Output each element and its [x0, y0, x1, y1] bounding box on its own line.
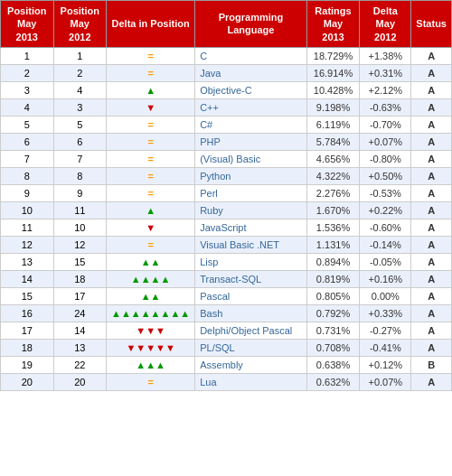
header-lang: Programming Language: [195, 1, 307, 48]
cell-lang: C++: [195, 98, 307, 116]
table-row: 11=C18.729%+1.38%A: [1, 47, 452, 64]
cell-status: A: [411, 133, 452, 150]
cell-pos2012: 24: [53, 304, 107, 322]
cell-status: A: [411, 150, 452, 167]
cell-lang: Transact-SQL: [195, 270, 307, 287]
cell-status: A: [411, 167, 452, 184]
cell-rating: 1.131%: [306, 236, 360, 253]
cell-lang: Pascal: [195, 287, 307, 304]
cell-delta-rating: -0.53%: [360, 184, 411, 201]
cell-lang: Lua: [195, 373, 307, 390]
cell-delta-rating: -0.70%: [360, 116, 411, 133]
cell-delta: =: [107, 150, 195, 167]
cell-pos2012: 15: [53, 253, 107, 270]
cell-status: A: [411, 339, 452, 356]
cell-pos2012: 14: [53, 322, 107, 339]
cell-lang: Lisp: [195, 253, 307, 270]
cell-delta-rating: -0.14%: [360, 236, 411, 253]
table-row: 55=C#6.119%-0.70%A: [1, 116, 452, 133]
cell-pos2012: 11: [53, 201, 107, 219]
cell-delta: =: [107, 184, 195, 201]
cell-rating: 0.819%: [306, 270, 360, 287]
table-row: 66=PHP5.784%+0.07%A: [1, 133, 452, 150]
cell-pos2012: 13: [53, 339, 107, 356]
cell-pos2012: 6: [53, 133, 107, 150]
cell-rating: 0.632%: [306, 373, 360, 390]
cell-delta-rating: +0.07%: [360, 373, 411, 390]
cell-delta-rating: +1.38%: [360, 47, 411, 64]
cell-delta-rating: +0.33%: [360, 304, 411, 322]
cell-pos2012: 8: [53, 167, 107, 184]
cell-delta: ▲: [107, 201, 195, 219]
cell-delta-rating: +0.22%: [360, 201, 411, 219]
cell-pos2013: 1: [1, 47, 54, 64]
cell-pos2012: 17: [53, 287, 107, 304]
cell-delta: ▲▲▲: [107, 356, 195, 373]
cell-lang: C#: [195, 116, 307, 133]
cell-rating: 18.729%: [306, 47, 360, 64]
header-delta-rating: DeltaMay 2012: [360, 1, 411, 48]
cell-delta-rating: 0.00%: [360, 287, 411, 304]
cell-status: A: [411, 81, 452, 98]
cell-pos2012: 3: [53, 98, 107, 116]
cell-lang: Assembly: [195, 356, 307, 373]
cell-pos2013: 7: [1, 150, 54, 167]
cell-delta: ▼: [107, 219, 195, 236]
table-row: 1315▲▲Lisp0.894%-0.05%A: [1, 253, 452, 270]
cell-delta-rating: +0.16%: [360, 270, 411, 287]
cell-status: A: [411, 304, 452, 322]
cell-rating: 0.805%: [306, 287, 360, 304]
table-row: 1922▲▲▲Assembly0.638%+0.12%B: [1, 356, 452, 373]
cell-pos2013: 14: [1, 270, 54, 287]
cell-rating: 5.784%: [306, 133, 360, 150]
cell-lang: (Visual) Basic: [195, 150, 307, 167]
cell-status: A: [411, 184, 452, 201]
cell-delta-rating: +0.50%: [360, 167, 411, 184]
cell-pos2012: 2: [53, 64, 107, 81]
cell-status: A: [411, 219, 452, 236]
cell-delta: ▲: [107, 81, 195, 98]
cell-pos2013: 4: [1, 98, 54, 116]
cell-pos2013: 10: [1, 201, 54, 219]
cell-delta: =: [107, 167, 195, 184]
cell-rating: 9.198%: [306, 98, 360, 116]
cell-status: A: [411, 98, 452, 116]
cell-delta: ▼▼▼▼▼: [107, 339, 195, 356]
cell-delta: ▲▲▲▲▲▲▲▲: [107, 304, 195, 322]
table-row: 1624▲▲▲▲▲▲▲▲Bash0.792%+0.33%A: [1, 304, 452, 322]
cell-rating: 4.656%: [306, 150, 360, 167]
table-row: 77=(Visual) Basic4.656%-0.80%A: [1, 150, 452, 167]
cell-delta-rating: -0.41%: [360, 339, 411, 356]
cell-lang: Ruby: [195, 201, 307, 219]
cell-pos2012: 12: [53, 236, 107, 253]
cell-pos2012: 7: [53, 150, 107, 167]
cell-delta: =: [107, 64, 195, 81]
cell-pos2013: 17: [1, 322, 54, 339]
header-delta-pos: Delta in Position: [107, 1, 195, 48]
cell-delta-rating: -0.60%: [360, 219, 411, 236]
cell-lang: Python: [195, 167, 307, 184]
cell-status: A: [411, 253, 452, 270]
cell-delta-rating: +2.12%: [360, 81, 411, 98]
cell-rating: 0.708%: [306, 339, 360, 356]
cell-pos2013: 6: [1, 133, 54, 150]
cell-pos2013: 18: [1, 339, 54, 356]
table-row: 1418▲▲▲▲Transact-SQL0.819%+0.16%A: [1, 270, 452, 287]
cell-pos2012: 10: [53, 219, 107, 236]
header-rating: RatingsMay 2013: [306, 1, 360, 48]
cell-delta: ▲▲: [107, 287, 195, 304]
cell-delta-rating: -0.80%: [360, 150, 411, 167]
cell-delta: =: [107, 116, 195, 133]
table-row: 1212=Visual Basic .NET1.131%-0.14%A: [1, 236, 452, 253]
cell-delta-rating: -0.27%: [360, 322, 411, 339]
cell-pos2013: 15: [1, 287, 54, 304]
cell-delta: ▲▲▲▲: [107, 270, 195, 287]
cell-pos2013: 5: [1, 116, 54, 133]
cell-pos2013: 11: [1, 219, 54, 236]
cell-status: A: [411, 47, 452, 64]
cell-pos2013: 9: [1, 184, 54, 201]
cell-delta-rating: +0.12%: [360, 356, 411, 373]
cell-pos2012: 5: [53, 116, 107, 133]
cell-delta: ▲▲: [107, 253, 195, 270]
cell-pos2012: 9: [53, 184, 107, 201]
